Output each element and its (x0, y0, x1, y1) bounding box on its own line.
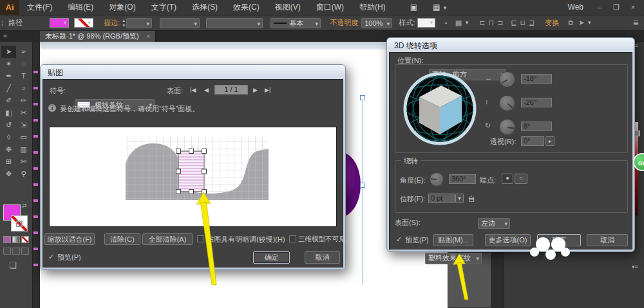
fill-color-swatch[interactable] (50, 18, 69, 28)
gradient-mode-button[interactable] (12, 236, 20, 243)
cancel-button[interactable]: 取消 (587, 234, 628, 246)
panel-menu-icon[interactable]: ▾≡ (632, 264, 638, 270)
prev-surface-icon[interactable]: ◀ (204, 87, 209, 93)
cap-solid-button[interactable]: ● (502, 174, 513, 184)
menu-item-view[interactable]: 视图(V) (267, 0, 308, 15)
tool-scale[interactable]: ⇲ (16, 119, 31, 131)
offset-dropdown-button[interactable]: ▾ (455, 194, 464, 203)
x-rotation-value[interactable]: -18° (521, 74, 552, 84)
transform-label[interactable]: 变换 (545, 18, 559, 28)
style-swatch[interactable] (417, 18, 435, 28)
stroke-weight-select[interactable] (126, 18, 152, 28)
constrain-icon[interactable]: ⧉ (568, 19, 573, 27)
preview-check-icon[interactable]: ✓ (396, 235, 402, 244)
tool-free-transform[interactable]: ▭ (16, 131, 31, 143)
tool-width[interactable]: ◊ (1, 131, 16, 143)
menu-item-window[interactable]: 窗口(W) (308, 0, 352, 15)
cancel-button[interactable]: 取消 (305, 251, 340, 264)
menu-item-edit[interactable]: 编辑(E) (60, 0, 101, 15)
tool-selection[interactable]: ➤ (1, 46, 16, 58)
draw-behind-button[interactable] (12, 248, 20, 255)
clear-all-button[interactable]: 全部清除(A) (142, 233, 193, 245)
map-art-button[interactable]: 贴图(M)... (433, 234, 473, 246)
minimize-button[interactable]: – (591, 0, 608, 15)
tool-symbol-sprayer[interactable]: ❉ (1, 143, 16, 156)
recolor-artwork-icon[interactable]: ◔ (443, 19, 448, 27)
brush-definition-select[interactable] (206, 18, 263, 28)
dialog-title[interactable]: 3D 绕转选项 (389, 40, 632, 52)
variable-width-select[interactable] (160, 18, 200, 28)
mapped-symbol[interactable] (178, 151, 204, 192)
opacity-mask-icon[interactable]: ▩ (455, 19, 470, 27)
surface-select[interactable]: 塑料效果底纹 (425, 253, 482, 264)
map-art-dialog[interactable]: 贴图 符号: 横线条纹 表面: |◀ ◀ 1 / 1 ▶ ▶| i 要创建和编辑… (40, 64, 346, 270)
perspective-value[interactable]: 0° (521, 136, 544, 146)
offset-value[interactable]: 0 pt (428, 194, 455, 203)
scale-to-fit-button[interactable]: 缩放以适合(F) (44, 233, 95, 245)
shade-artwork-checkbox[interactable] (197, 235, 204, 242)
menu-item-effect[interactable]: 效果(C) (225, 0, 267, 15)
tool-rotate[interactable]: ↺ (1, 119, 16, 131)
map-preview[interactable] (49, 127, 337, 227)
tool-pencil[interactable]: ✏ (16, 95, 31, 107)
tool-line-segment[interactable]: ╱ (1, 82, 16, 95)
draw-normal-button[interactable] (3, 248, 11, 255)
align-right-icon[interactable]: ⊐ (497, 19, 503, 27)
opacity-label[interactable]: 不透明度 (330, 18, 358, 28)
surface-counter[interactable]: 1 / 1 (214, 85, 248, 95)
preview-label[interactable]: 预览(P) (405, 235, 429, 245)
shade-artwork-label[interactable]: 贴图具有明暗调(较慢)(H) (207, 235, 285, 244)
stroke-style-select[interactable]: 基本 (270, 18, 321, 28)
invisible-geometry-label[interactable]: 三维模型不可见 (298, 235, 346, 244)
menu-item-file[interactable]: 文件(F) (19, 0, 60, 15)
last-surface-icon[interactable]: ▶| (265, 87, 270, 93)
menu-item-select[interactable]: 选择(S) (184, 0, 225, 15)
color-mode-button[interactable] (3, 236, 11, 243)
tool-lasso[interactable]: ◌ (16, 58, 31, 70)
stroke-stepper[interactable]: ▴▾ (122, 18, 125, 28)
align-top-icon[interactable]: ⊑ (511, 19, 516, 27)
z-rotation-dial[interactable] (499, 119, 515, 135)
document-tab[interactable]: 未标题-1* @ 98% (RGB/预览) × (40, 30, 156, 42)
workspace-switcher[interactable]: Web (560, 0, 591, 15)
isolate-selection-icon[interactable]: ➤ (578, 19, 592, 27)
more-options-button[interactable]: 更多选项(O) (485, 234, 531, 246)
preview-check-icon[interactable]: ✓ (48, 253, 54, 261)
bridge-icon[interactable]: ▣ (402, 0, 425, 15)
cap-hollow-button[interactable]: ○ (515, 174, 527, 184)
revolve-options-dialog[interactable]: 3D 绕转选项 位置(N): 离轴 - 前方 ↔ - (386, 37, 635, 252)
collapse-icon[interactable]: « (3, 32, 7, 39)
panel-list-icon[interactable]: ≣ (633, 19, 639, 27)
tool-scissors[interactable]: ✂ (16, 107, 31, 119)
clear-button[interactable]: 清除(C) (104, 233, 140, 245)
tool-hand[interactable]: ✥ (1, 168, 16, 180)
menu-item-object[interactable]: 对象(O) (101, 0, 143, 15)
offset-from-select[interactable]: 左边 (478, 218, 510, 229)
menu-item-type[interactable]: 文字(T) (144, 0, 184, 15)
x-rotation-dial[interactable] (499, 71, 515, 87)
tool-pen[interactable]: ✒ (1, 70, 16, 82)
restore-button[interactable]: ❐ (608, 0, 625, 15)
z-rotation-value[interactable]: 8° (521, 122, 552, 131)
next-surface-icon[interactable]: ▶ (253, 87, 258, 93)
align-left-icon[interactable]: ⊏ (479, 19, 485, 27)
ok-button[interactable]: 确定 (253, 251, 290, 264)
y-rotation-value[interactable]: -26° (521, 98, 552, 107)
ok-button[interactable]: 确定 (537, 234, 581, 246)
first-surface-icon[interactable]: |◀ (190, 87, 196, 93)
screen-mode-icon[interactable]: ❏ (9, 260, 17, 270)
swap-fill-stroke-icon[interactable]: ⇄ (22, 203, 27, 209)
stroke-label[interactable]: 描边: (104, 18, 120, 28)
stroke-color-swatch[interactable] (74, 18, 93, 28)
tool-graph[interactable]: ▥ (16, 143, 31, 156)
none-mode-button[interactable] (21, 236, 29, 243)
tool-paintbrush[interactable]: ✐ (1, 95, 16, 107)
tab-close-icon[interactable]: × (146, 32, 150, 40)
angle-value[interactable]: 360° (449, 174, 476, 184)
opacity-value[interactable]: 100% (361, 18, 392, 28)
track-cube[interactable] (401, 70, 478, 147)
arrange-documents-icon[interactable]: ▦ (425, 0, 448, 15)
y-rotation-dial[interactable] (499, 95, 515, 111)
tool-zoom[interactable]: ⚲ (16, 168, 31, 180)
preview-label[interactable]: 预览(P) (57, 253, 81, 262)
